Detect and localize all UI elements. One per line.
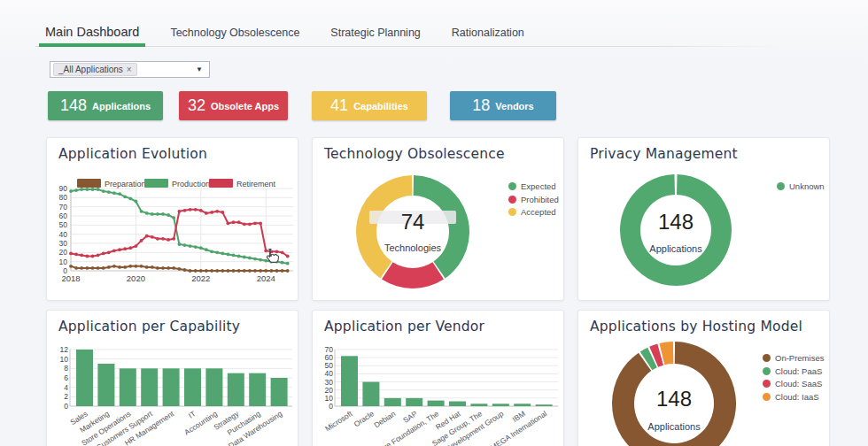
legend-item-unknown[interactable]: Unknown: [777, 181, 825, 191]
card-application-per-vendor: Application per Vendor 010203040506070Mi…: [312, 310, 564, 446]
svg-text:Microsoft: Microsoft: [323, 409, 354, 434]
bar-debian[interactable]: [384, 398, 401, 406]
legend-dot-icon: [763, 380, 771, 388]
application-filter-select[interactable]: _All Applications × ▼: [50, 61, 210, 78]
chart-legend: On-PremisesCloud: PaaSCloud: SaaSCloud: …: [763, 353, 824, 402]
bar-oracle[interactable]: [362, 382, 379, 406]
legend-item-retirement[interactable]: Retirement: [209, 179, 276, 188]
legend-item-cloud-saas[interactable]: Cloud: SaaS: [763, 379, 824, 388]
legend-label: Cloud: IaaS: [775, 392, 819, 402]
kpi-value: 32: [188, 96, 205, 115]
bar-sage-group-the[interactable]: [470, 404, 487, 406]
tab-strategic-planning[interactable]: Strategic Planning: [324, 27, 426, 47]
svg-text:50: 50: [59, 220, 68, 229]
bar-microsoft[interactable]: [341, 356, 358, 406]
legend-dot-icon: [763, 354, 771, 362]
card-privacy-management: Privacy Management 148Applications Unkno…: [577, 137, 830, 301]
svg-text:Oracle: Oracle: [353, 409, 376, 428]
legend-item-prohibited[interactable]: Prohibited: [508, 195, 559, 204]
svg-text:10: 10: [60, 355, 69, 364]
bar-chart-application-per-capability[interactable]: 024681012SalesMarketingStore OperationsC…: [47, 311, 298, 446]
bar-store-operations[interactable]: [120, 368, 136, 406]
svg-text:90: 90: [59, 184, 68, 193]
svg-text:8: 8: [64, 364, 68, 373]
legend-label: Expected: [521, 181, 556, 191]
legend-item-cloud-paas[interactable]: Cloud: PaaS: [763, 366, 824, 376]
kpi-applications[interactable]: 148 Applications: [48, 91, 163, 120]
bar-customers-support[interactable]: [141, 368, 158, 406]
svg-text:50: 50: [325, 361, 334, 370]
svg-text:Production: Production: [172, 180, 210, 188]
legend-item-preparation[interactable]: Preparation: [77, 179, 146, 188]
legend-item-on-premises[interactable]: On-Premises: [763, 353, 824, 363]
donut-center-value: 148: [656, 387, 692, 411]
bar-marketing[interactable]: [97, 364, 114, 406]
legend-label: Prohibited: [521, 195, 559, 204]
card-technology-obsolescence: Technology Obsolescence 74Technologies E…: [312, 137, 564, 301]
donut-center-value: 148: [658, 210, 694, 234]
bar-mega-international[interactable]: [536, 404, 553, 406]
bar-chart-application-per-vendor[interactable]: 010203040506070MicrosoftOracleDebianSAPA…: [313, 311, 563, 446]
svg-text:0: 0: [64, 402, 68, 411]
chart-legend: ExpectedProhibitedAccepted: [508, 181, 559, 217]
line-chart-application-evolution[interactable]: 01020304050607080902018202020222024Prepa…: [47, 138, 298, 300]
kpi-value: 18: [472, 96, 490, 115]
svg-text:2018: 2018: [61, 273, 80, 283]
svg-text:Debian: Debian: [372, 409, 397, 429]
chart-legend: Unknown: [777, 181, 825, 191]
card-application-per-capability: Application per Capability 024681012Sale…: [46, 310, 298, 446]
tab-main-dashboard[interactable]: Main Dashboard: [39, 25, 145, 47]
bar-ibm[interactable]: [514, 404, 531, 406]
kpi-label: Applications: [92, 101, 151, 112]
legend-item-accepted[interactable]: Accepted: [508, 207, 559, 217]
donut-center-label: Technologies: [384, 242, 442, 253]
svg-text:70: 70: [325, 345, 334, 354]
svg-text:6: 6: [64, 373, 68, 382]
remove-filter-icon[interactable]: ×: [127, 65, 132, 74]
bar-red-hat[interactable]: [449, 402, 466, 406]
legend-dot-icon: [508, 208, 516, 216]
kpi-capabilities[interactable]: 41 Capabilities: [312, 91, 427, 120]
dashboard-page: Main Dashboard Technology Obsolescence S…: [0, 0, 868, 446]
donut-chart-technology-obsolescence[interactable]: 74Technologies: [313, 138, 563, 300]
donut-center-value: 74: [401, 210, 425, 234]
bar-purchasing[interactable]: [249, 373, 266, 406]
bar-postgresql-global-development-group[interactable]: [492, 404, 509, 406]
legend-dot-icon: [763, 393, 771, 401]
svg-text:60: 60: [59, 211, 68, 220]
svg-text:60: 60: [325, 353, 334, 362]
legend-item-cloud-iaas[interactable]: Cloud: IaaS: [763, 392, 824, 402]
bar-apache-software-foundation-the[interactable]: [428, 401, 445, 406]
bar-it[interactable]: [184, 368, 201, 406]
bar-strategy[interactable]: [228, 373, 244, 406]
filter-chip: _All Applications ×: [53, 63, 137, 76]
kpi-vendors[interactable]: 18 Vendors: [450, 91, 556, 120]
bar-sap[interactable]: [406, 398, 422, 406]
bar-accounting[interactable]: [205, 368, 222, 406]
kpi-label: Capabilities: [353, 101, 408, 112]
card-applications-by-hosting-model: Applications by Hosting Model 148Applica…: [577, 310, 830, 446]
svg-text:30: 30: [59, 239, 68, 248]
svg-text:40: 40: [59, 230, 68, 239]
tab-technology-obsolescence[interactable]: Technology Obsolescence: [164, 27, 306, 47]
svg-text:30: 30: [325, 378, 334, 387]
svg-text:20: 20: [325, 386, 334, 395]
filter-chip-label: _All Applications: [58, 65, 123, 74]
svg-text:IT: IT: [187, 409, 198, 420]
kpi-obsolete-apps[interactable]: 32 Obsolete Apps: [179, 91, 288, 120]
kpi-label: Vendors: [495, 101, 533, 112]
donut-chart-privacy-management[interactable]: 148Applications: [578, 138, 829, 300]
legend-label: Cloud: PaaS: [775, 366, 822, 376]
svg-text:70: 70: [59, 203, 68, 211]
donut-slice-prohibited[interactable]: [382, 262, 444, 288]
dropdown-arrow-icon[interactable]: ▼: [196, 65, 203, 73]
legend-item-production[interactable]: Production: [144, 179, 210, 188]
donut-center-label: Applications: [649, 243, 702, 254]
bar-hr-management[interactable]: [163, 368, 180, 406]
bar-data-warehousing[interactable]: [271, 378, 288, 406]
svg-text:10: 10: [59, 258, 68, 266]
legend-item-expected[interactable]: Expected: [508, 181, 559, 191]
legend-label: Accepted: [521, 207, 556, 217]
bar-sales[interactable]: [76, 350, 93, 406]
tab-rationalization[interactable]: Rationalization: [446, 27, 531, 47]
